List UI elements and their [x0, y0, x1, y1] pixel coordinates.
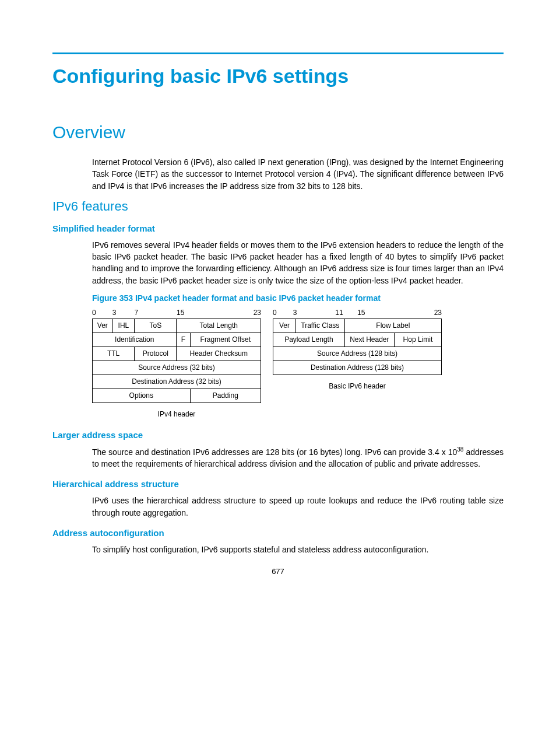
field-tos: ToS [135, 319, 177, 333]
tick: 3 [293, 309, 336, 317]
field-checksum: Header Checksum [177, 347, 261, 361]
address-autoconfig-body: To simplify host configuration, IPv6 sup… [52, 544, 504, 555]
field-total-length: Total Length [177, 319, 261, 333]
heading-simplified-header: Simplified header format [52, 223, 504, 233]
field-protocol: Protocol [135, 347, 177, 361]
tick: 0 [92, 309, 112, 317]
tick: 15 [177, 309, 219, 317]
hierarchical-address-body: IPv6 uses the hierarchical address struc… [52, 495, 504, 519]
ipv4-label: IPv4 header [92, 410, 261, 418]
overview-body: Internet Protocol Version 6 (IPv6), also… [52, 156, 504, 192]
simplified-header-body: IPv6 removes several IPv4 header fields … [52, 239, 504, 286]
ipv6-header-diagram: 0 3 11 15 23 Ver Traffic Class Flow Labe… [273, 309, 442, 418]
heading-address-autoconfig: Address autoconfiguration [52, 528, 504, 538]
section-ipv6-features: IPv6 features [52, 199, 504, 214]
top-rule [52, 52, 504, 54]
tick: 7 [134, 309, 177, 317]
field-ihl: IHL [112, 319, 135, 333]
ipv4-header-diagram: 0 3 7 15 23 Ver IHL ToS Total Length Ide… [92, 309, 261, 418]
heading-larger-address-space: Larger address space [52, 430, 504, 440]
field-ver: Ver [93, 319, 113, 333]
field-payload-length: Payload Length [273, 333, 345, 347]
figure-caption: Figure 353 IPv4 packet header format and… [52, 293, 504, 303]
page-title: Configuring basic IPv6 settings [52, 65, 504, 88]
field-src-addr: Source Address (32 bits) [93, 361, 261, 375]
field-hop-limit: Hop Limit [394, 333, 441, 347]
field-ttl: TTL [93, 347, 135, 361]
tick: 3 [112, 309, 135, 317]
field-padding: Padding [190, 389, 261, 403]
ipv6-label: Basic IPv6 header [273, 382, 442, 390]
field-src-addr: Source Address (128 bits) [273, 347, 442, 361]
field-ver: Ver [273, 319, 296, 333]
figure-353: 0 3 7 15 23 Ver IHL ToS Total Length Ide… [52, 309, 504, 418]
heading-hierarchical-address: Hierarchical address structure [52, 479, 504, 489]
larger-address-space-body: The source and destination IPv6 addresse… [52, 446, 504, 470]
field-next-header: Next Header [344, 333, 394, 347]
field-fragment-offset: Fragment Offset [190, 333, 261, 347]
field-flags: F [177, 333, 190, 347]
field-flow-label: Flow Label [344, 319, 441, 333]
tick: 0 [273, 309, 293, 317]
section-overview: Overview [52, 123, 504, 142]
field-traffic-class: Traffic Class [295, 319, 344, 333]
field-identification: Identification [93, 333, 177, 347]
field-dst-addr: Destination Address (32 bits) [93, 375, 261, 389]
tick: 15 [357, 309, 400, 317]
tick: 23 [219, 309, 261, 317]
page-number: 677 [52, 567, 504, 576]
tick: 11 [335, 309, 357, 317]
field-options: Options [93, 389, 191, 403]
field-dst-addr: Destination Address (128 bits) [273, 361, 442, 375]
tick: 23 [399, 309, 442, 317]
